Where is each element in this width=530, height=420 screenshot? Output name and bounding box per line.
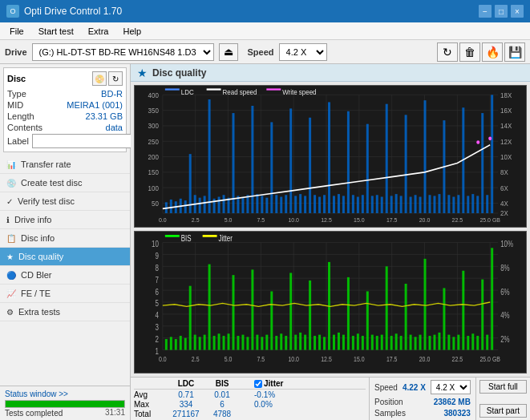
svg-rect-95 (357, 197, 359, 213)
start-full-button[interactable]: Start full (479, 380, 527, 394)
nav-extra-tests[interactable]: ⚙ Extra tests (0, 303, 130, 321)
svg-rect-197 (256, 335, 258, 350)
disc-label-input[interactable] (32, 134, 139, 148)
svg-rect-193 (237, 336, 239, 350)
close-button[interactable]: × (511, 5, 524, 18)
progress-bar-fill (6, 401, 124, 407)
svg-rect-79 (280, 197, 282, 213)
svg-rect-185 (199, 337, 201, 349)
svg-text:50: 50 (152, 199, 159, 208)
svg-rect-51 (207, 88, 221, 90)
status-window-btn[interactable]: Status window >> (5, 390, 68, 398)
svg-rect-53 (266, 88, 281, 90)
svg-text:15.0: 15.0 (354, 354, 365, 363)
svg-rect-108 (419, 197, 422, 213)
chart-bis-svg: 10 9 8 7 6 5 4 3 2 1 10% 8% 6% 4% 2% (135, 232, 526, 373)
menu-extra[interactable]: Extra (82, 25, 115, 38)
refresh-button[interactable]: ↻ (437, 42, 458, 62)
svg-text:7: 7 (155, 274, 158, 285)
verify-test-disc-icon: ✓ (6, 197, 13, 206)
svg-text:6%: 6% (500, 286, 510, 297)
svg-text:9: 9 (155, 251, 158, 261)
nav-verify-test-disc-label: Verify test disc (18, 196, 75, 206)
speed-row: Speed 4.22 X 4.2 X (374, 380, 471, 394)
disc-header: Disc 📀 ↻ (7, 71, 123, 86)
svg-rect-219 (362, 336, 364, 350)
svg-text:250: 250 (148, 137, 160, 146)
nav-disc-info[interactable]: 📋 Disc info (0, 229, 130, 248)
start-part-button[interactable]: Start part (479, 404, 527, 418)
svg-rect-218 (357, 333, 359, 349)
svg-text:0.0: 0.0 (159, 216, 167, 224)
disc-quality-icon: ★ (6, 252, 14, 261)
erase-button[interactable]: 🗑 (459, 42, 480, 62)
speed-select-stats[interactable]: 4.2 X (431, 380, 471, 394)
svg-rect-59 (184, 200, 187, 213)
save-button[interactable]: 💾 (504, 42, 525, 62)
nav-cd-bler[interactable]: 🔵 CD Bler (0, 266, 130, 285)
disc-icon-btn-1[interactable]: 📀 (92, 71, 107, 86)
svg-rect-74 (256, 194, 258, 213)
svg-rect-184 (194, 335, 196, 350)
svg-rect-206 (299, 333, 301, 350)
svg-text:7.5: 7.5 (257, 354, 265, 363)
menu-help[interactable]: Help (116, 25, 148, 38)
svg-text:Jitter: Jitter (219, 233, 233, 244)
svg-rect-66 (218, 197, 220, 213)
burn-button[interactable]: 🔥 (482, 42, 503, 62)
speed-select[interactable]: 4.2 X (279, 43, 327, 61)
status-panel: Status window >> Tests completed 31:31 (0, 386, 130, 420)
nav-transfer-rate[interactable]: 📊 Transfer rate (0, 155, 130, 174)
svg-text:10.0: 10.0 (288, 216, 299, 224)
svg-rect-223 (381, 335, 383, 350)
svg-rect-100 (381, 197, 383, 213)
svg-rect-82 (294, 196, 297, 213)
svg-rect-203 (285, 336, 287, 350)
svg-rect-85 (309, 118, 311, 213)
disc-type-row: Type BD-R (7, 89, 123, 99)
disc-icons: 📀 ↻ (92, 71, 123, 86)
drive-select[interactable]: (G:) HL-DT-ST BD-RE WH16NS48 1.D3 (32, 43, 214, 61)
eject-button[interactable]: ⏏ (219, 43, 238, 61)
svg-text:17.5: 17.5 (386, 216, 398, 224)
svg-rect-210 (318, 335, 321, 350)
extra-tests-icon: ⚙ (6, 308, 14, 317)
svg-text:3: 3 (155, 322, 158, 333)
svg-rect-120 (476, 196, 479, 213)
svg-rect-231 (419, 335, 422, 350)
svg-text:100: 100 (148, 184, 160, 192)
drive-info-icon: ℹ (6, 216, 10, 224)
drivebar: Drive (G:) HL-DT-ST BD-RE WH16NS48 1.D3 … (0, 40, 530, 64)
disc-type-value: BD-R (101, 89, 123, 99)
stats-max-label: Max (134, 400, 166, 409)
nav-disc-quality[interactable]: ★ Disc quality (0, 248, 130, 266)
action-buttons: Start full Start part (475, 378, 530, 420)
svg-text:2X: 2X (500, 209, 508, 218)
menubar: File Start test Extra Help (0, 22, 530, 40)
svg-rect-207 (304, 335, 306, 350)
nav-drive-info[interactable]: ℹ Drive info (0, 211, 130, 229)
jitter-checkbox[interactable] (254, 380, 262, 388)
svg-text:150: 150 (148, 168, 160, 177)
svg-rect-213 (333, 335, 335, 350)
nav-verify-test-disc[interactable]: ✓ Verify test disc (0, 192, 130, 211)
menu-start-test[interactable]: Start test (32, 25, 80, 38)
maximize-button[interactable]: □ (495, 5, 508, 18)
minimize-button[interactable]: − (479, 5, 492, 18)
disc-icon-btn-2[interactable]: ↻ (108, 71, 123, 86)
stats-col-ldc: LDC (166, 379, 206, 388)
nav-fe-te[interactable]: 📈 FE / TE (0, 285, 130, 303)
nav-create-test-disc[interactable]: 💿 Create test disc (0, 174, 130, 192)
svg-text:8%: 8% (500, 262, 510, 273)
menu-file[interactable]: File (3, 25, 30, 38)
chart-bis-wrapper: 10 9 8 7 6 5 4 3 2 1 10% 8% 6% 4% 2% (134, 231, 527, 374)
svg-rect-194 (241, 335, 244, 350)
svg-rect-49 (165, 88, 180, 90)
stats-avg-jitter: -0.1% (254, 390, 302, 399)
svg-rect-216 (347, 277, 350, 350)
svg-rect-195 (246, 337, 249, 349)
svg-rect-201 (275, 336, 277, 350)
svg-rect-71 (241, 198, 244, 213)
svg-text:22.5: 22.5 (452, 216, 463, 224)
svg-rect-122 (486, 195, 488, 213)
